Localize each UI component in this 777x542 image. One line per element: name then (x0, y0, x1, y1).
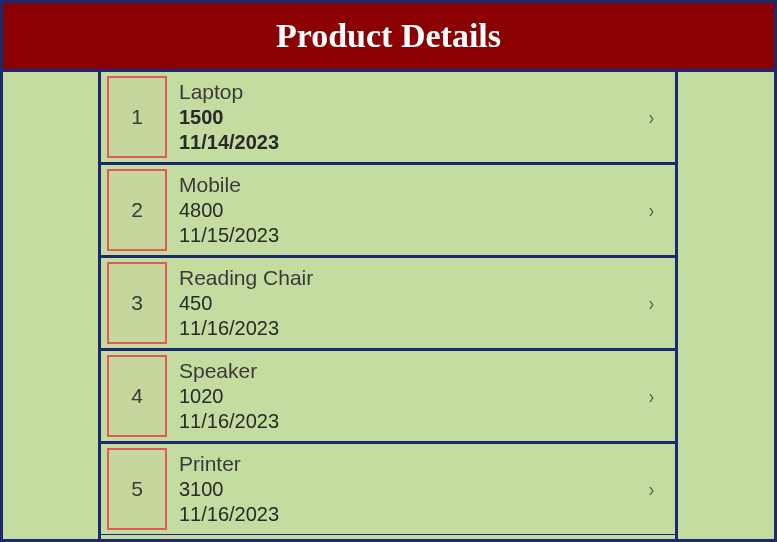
product-date: 11/16/2023 (179, 317, 621, 340)
product-name: Reading Chair (179, 266, 621, 290)
row-number: 4 (107, 355, 167, 437)
row-number: 3 (107, 262, 167, 344)
product-name: Mobile (179, 173, 621, 197)
product-price: 4800 (179, 199, 621, 222)
row-number: 2 (107, 169, 167, 251)
row-disclosure[interactable]: › (627, 72, 675, 162)
product-price: 450 (179, 292, 621, 315)
product-price: 1020 (179, 385, 621, 408)
product-date: 11/14/2023 (179, 131, 621, 154)
product-date: 11/15/2023 (179, 224, 621, 247)
row-info: Laptop 1500 11/14/2023 (173, 72, 627, 162)
row-disclosure[interactable]: › (627, 351, 675, 441)
product-list[interactable]: 1 Laptop 1500 11/14/2023 › 2 Mobile 4800… (98, 72, 678, 539)
row-number: 1 (107, 76, 167, 158)
row-disclosure[interactable]: › (627, 444, 675, 534)
chevron-right-icon: › (648, 106, 653, 129)
product-date: 11/16/2023 (179, 503, 621, 526)
chevron-right-icon: › (648, 292, 653, 315)
row-info: Printer 3100 11/16/2023 (173, 444, 627, 534)
content-area: 1 Laptop 1500 11/14/2023 › 2 Mobile 4800… (3, 72, 774, 539)
row-info: Speaker 1020 11/16/2023 (173, 351, 627, 441)
list-item[interactable]: 2 Mobile 4800 11/15/2023 › (101, 163, 675, 256)
list-item[interactable]: 1 Laptop 1500 11/14/2023 › (101, 72, 675, 163)
chevron-right-icon: › (648, 385, 653, 408)
product-date: 11/16/2023 (179, 410, 621, 433)
product-name: Printer (179, 452, 621, 476)
list-item[interactable]: 3 Reading Chair 450 11/16/2023 › (101, 256, 675, 349)
product-name: Laptop (179, 80, 621, 104)
list-item[interactable]: 4 Speaker 1020 11/16/2023 › (101, 349, 675, 442)
row-disclosure[interactable]: › (627, 258, 675, 348)
row-disclosure[interactable]: › (627, 165, 675, 255)
product-name: Speaker (179, 359, 621, 383)
row-info: Reading Chair 450 11/16/2023 (173, 258, 627, 348)
chevron-right-icon: › (648, 478, 653, 501)
page-title: Product Details (3, 3, 774, 72)
list-item[interactable]: 5 Printer 3100 11/16/2023 › (101, 442, 675, 535)
chevron-right-icon: › (648, 199, 653, 222)
product-price: 1500 (179, 106, 621, 129)
row-number: 5 (107, 448, 167, 530)
row-info: Mobile 4800 11/15/2023 (173, 165, 627, 255)
product-price: 3100 (179, 478, 621, 501)
app-frame: Product Details 1 Laptop 1500 11/14/2023… (0, 0, 777, 542)
